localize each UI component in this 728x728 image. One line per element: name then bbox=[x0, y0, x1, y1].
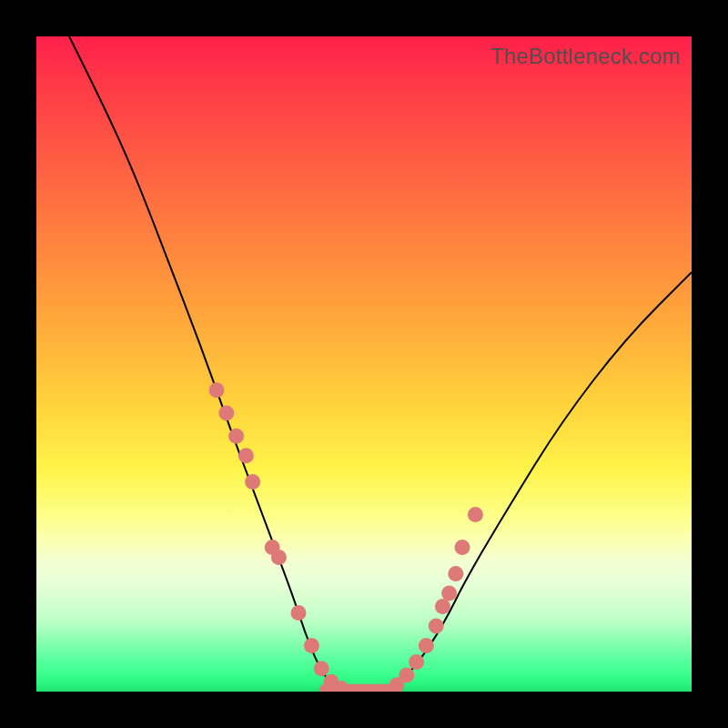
highlight-dot bbox=[455, 540, 470, 555]
highlight-dot bbox=[399, 668, 414, 683]
highlight-dot bbox=[441, 586, 457, 602]
highlight-dot bbox=[218, 406, 234, 421]
highlight-dot bbox=[435, 599, 450, 614]
plot-area: TheBottleneck.com bbox=[36, 36, 692, 692]
highlight-dot bbox=[409, 654, 424, 670]
highlight-dots bbox=[209, 382, 483, 692]
highlight-dot bbox=[228, 429, 244, 444]
highlight-dot bbox=[448, 566, 463, 581]
highlight-dot bbox=[238, 448, 254, 463]
bottleneck-curve bbox=[69, 36, 692, 692]
highlight-dot bbox=[291, 605, 307, 621]
highlight-dot bbox=[314, 661, 329, 676]
highlight-dot bbox=[209, 382, 225, 398]
highlight-dot bbox=[429, 619, 444, 634]
highlight-dot bbox=[468, 507, 483, 522]
highlight-dot bbox=[304, 638, 319, 653]
chart-frame: TheBottleneck.com bbox=[0, 0, 728, 728]
curve-svg bbox=[36, 36, 692, 692]
highlight-dot bbox=[271, 550, 287, 565]
highlight-dot bbox=[245, 474, 260, 490]
highlight-dot bbox=[419, 638, 434, 653]
